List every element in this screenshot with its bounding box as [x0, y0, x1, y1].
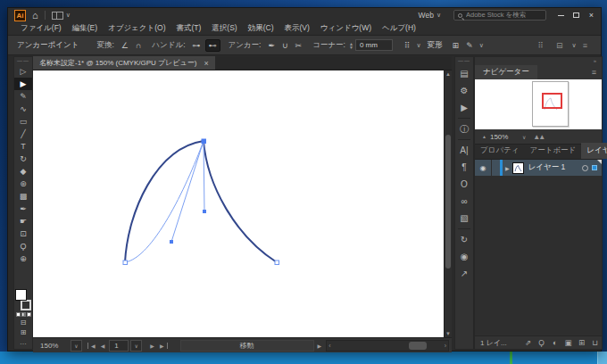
convert-to-corner-icon[interactable]: ∠: [119, 40, 131, 51]
zoom-dropdown[interactable]: ∨: [71, 340, 82, 352]
menu-effect[interactable]: 効果(C): [243, 23, 279, 34]
menu-edit[interactable]: 編集(E): [67, 23, 103, 34]
links-panel-icon[interactable]: ∞: [455, 193, 473, 210]
hide-handles-icon[interactable]: ⊷: [205, 39, 220, 52]
handle-end-point[interactable]: [203, 210, 206, 213]
curvature-tool[interactable]: ✎: [14, 90, 32, 103]
rectangle-tool[interactable]: ▭: [14, 115, 32, 128]
direction-handle-line[interactable]: [171, 141, 204, 242]
scroll-right-icon[interactable]: ›: [445, 343, 446, 349]
last-artboard-button[interactable]: ▶: [157, 343, 168, 349]
zoom-in-mountain-icon[interactable]: ▲▲: [533, 133, 544, 141]
artboard-number-field[interactable]: 1: [109, 340, 129, 352]
document-info-icon[interactable]: ⓘ: [455, 120, 473, 137]
canvas[interactable]: [33, 70, 444, 337]
menu-view[interactable]: 表示(V): [279, 23, 314, 34]
panel-menu-icon[interactable]: ≡: [580, 40, 590, 51]
layer-row[interactable]: ◉ ▶ レイヤー 1: [475, 160, 602, 176]
chevron-down-icon[interactable]: ∨: [416, 42, 420, 49]
gradient-tool[interactable]: ▩: [14, 190, 32, 203]
collect-for-export-icon[interactable]: ⇗: [521, 338, 535, 347]
cut-path-icon[interactable]: ✂: [293, 40, 305, 51]
layer-name[interactable]: レイヤー 1: [528, 162, 582, 173]
make-mask-icon[interactable]: ◐: [548, 338, 561, 347]
swatches-panel-icon[interactable]: ▧: [455, 210, 473, 227]
drawing-mode-icon[interactable]: ⊟: [14, 318, 32, 327]
status-expand-icon[interactable]: ▶: [318, 343, 322, 349]
web-profile-dropdown[interactable]: Web ∨: [419, 11, 441, 20]
handle-end-point[interactable]: [170, 240, 173, 244]
maximize-button[interactable]: [569, 9, 584, 21]
horizontal-scrollbar[interactable]: ‹ ›: [326, 340, 449, 352]
paintbrush-tool[interactable]: ∿: [14, 103, 32, 115]
hand-tool[interactable]: ☛: [14, 215, 32, 228]
shaper-tool[interactable]: ⊛: [14, 178, 32, 190]
menu-select[interactable]: 選択(S): [206, 23, 242, 34]
menu-object[interactable]: オブジェクト(O): [103, 23, 170, 34]
artboard-tool[interactable]: ⊡: [14, 228, 32, 240]
rotate-view-tool[interactable]: ⊕: [14, 252, 32, 265]
windows-taskbar[interactable]: [0, 352, 607, 364]
zoom-tool[interactable]: Ϙ: [14, 240, 32, 252]
tab-close-icon[interactable]: ×: [204, 59, 208, 68]
edit-toolbar-icon[interactable]: …: [14, 337, 32, 347]
layer-selection-indicator[interactable]: [592, 165, 597, 170]
menu-type[interactable]: 書式(T): [170, 23, 206, 34]
chevron-down-icon[interactable]: ∨: [66, 12, 71, 19]
previous-artboard-button[interactable]: ◀: [98, 343, 108, 349]
appearance-panel-icon[interactable]: ◉: [455, 248, 473, 265]
none-swatch-icon[interactable]: [27, 312, 31, 317]
opentype-panel-icon[interactable]: O: [455, 176, 473, 193]
navigator-menu-icon[interactable]: ≡: [592, 68, 596, 77]
snap-options-icon[interactable]: ⠿: [402, 40, 413, 51]
play-actions-icon[interactable]: ▶: [455, 99, 473, 116]
horizontal-scroll-thumb[interactable]: [409, 342, 427, 350]
navigator-zoom-level[interactable]: 150%: [490, 133, 520, 141]
anchor-point-selected[interactable]: [202, 139, 206, 144]
new-sublayer-icon[interactable]: ▣: [561, 338, 575, 347]
anchor-point-bottom-left[interactable]: [123, 261, 128, 265]
minimize-button[interactable]: [553, 9, 569, 21]
chevron-down-icon[interactable]: ∨: [522, 134, 526, 140]
chevron-down-icon[interactable]: ∨: [572, 42, 577, 49]
tab-layers[interactable]: レイヤー: [581, 143, 607, 159]
document-tab[interactable]: 名称未設定-1* @ 150% (CMYK/GPU プレビュー) ×: [33, 56, 215, 70]
scroll-up-icon[interactable]: ▲: [445, 71, 452, 77]
transform-panel-button[interactable]: 変形: [428, 40, 443, 51]
actions-panel-icon[interactable]: ⚙: [455, 82, 473, 99]
rotate-tool[interactable]: ↻: [14, 153, 32, 165]
align-icon[interactable]: ⊞: [450, 40, 462, 51]
scroll-down-icon[interactable]: ▼: [445, 331, 452, 336]
home-icon[interactable]: ⌂: [32, 9, 38, 21]
adobe-stock-search-input[interactable]: Adobe Stock を検索: [453, 10, 546, 21]
paragraph-panel-icon[interactable]: ¶: [455, 159, 473, 176]
locate-object-icon[interactable]: Ϙ: [535, 338, 548, 347]
artboard-dropdown[interactable]: ∨: [130, 340, 142, 352]
path-segment-right[interactable]: [204, 141, 277, 262]
touch-workspace-icon[interactable]: ⠿: [535, 40, 546, 51]
first-artboard-button[interactable]: ◀: [87, 343, 98, 349]
scroll-left-icon[interactable]: ‹: [328, 343, 330, 349]
navigator-preview[interactable]: [475, 79, 602, 129]
menu-help[interactable]: ヘルプ(H): [377, 23, 421, 34]
convert-to-smooth-icon[interactable]: ∩: [133, 40, 144, 51]
layer-expand-icon[interactable]: ▶: [505, 165, 510, 171]
chevron-down-icon[interactable]: ∨: [479, 42, 484, 49]
tab-artboards[interactable]: アートボード: [525, 143, 582, 159]
anchor-point-bottom-right[interactable]: [275, 261, 279, 265]
zoom-level[interactable]: 150%: [40, 342, 71, 350]
color-swatch-icon[interactable]: [16, 312, 21, 317]
vertical-scroll-thumb[interactable]: [445, 135, 451, 269]
layer-target-circle[interactable]: [582, 165, 588, 171]
corner-radius-input[interactable]: 0 mm: [355, 39, 393, 51]
collapse-panels-icon[interactable]: »: [594, 58, 597, 63]
selection-tool[interactable]: ▷: [14, 65, 32, 78]
remove-anchor-icon[interactable]: ✒: [265, 40, 278, 51]
new-layer-icon[interactable]: ⊞: [575, 338, 588, 347]
corner-stepper[interactable]: ▲▼: [349, 42, 353, 49]
delete-layer-icon[interactable]: ⊔: [588, 338, 602, 347]
eraser-tool[interactable]: ◆: [14, 165, 32, 178]
fill-stroke-indicator[interactable]: [15, 289, 31, 310]
path-segment-left[interactable]: [125, 141, 204, 262]
next-artboard-button[interactable]: ▶: [147, 343, 157, 349]
